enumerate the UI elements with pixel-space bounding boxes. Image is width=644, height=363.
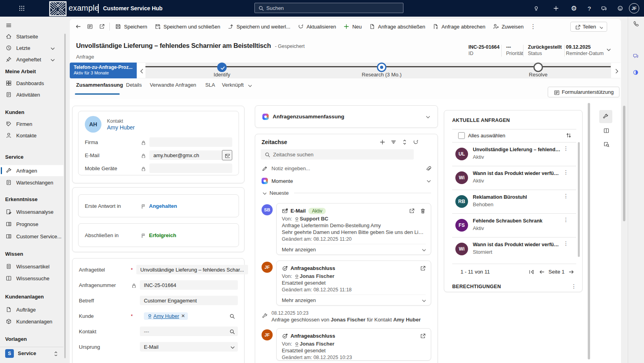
sidebar-item-prognose[interactable]: Prognose (0, 219, 63, 230)
sidebar-item-dashboards[interactable]: Dashboards (0, 78, 63, 89)
prev-page-icon[interactable] (539, 269, 544, 274)
bpf-expand-chevron-icon[interactable] (611, 63, 621, 78)
sidebar-item-kontakte[interactable]: Kontakte (0, 130, 63, 141)
help-icon[interactable]: ? (583, 0, 596, 17)
delete-icon[interactable] (420, 208, 426, 214)
related-case-row-1[interactable]: UL Unvollständige Lieferung – fehlendes … (444, 142, 582, 166)
global-search-input[interactable]: Suchen (254, 3, 403, 13)
bpf-collapse-chevron-icon[interactable] (137, 63, 145, 78)
first-page-icon[interactable] (528, 269, 534, 274)
remove-x-icon[interactable]: ✕ (181, 313, 185, 319)
header-chevron-down-icon[interactable] (606, 47, 612, 53)
open-record-icon[interactable] (420, 333, 426, 339)
row-more-icon[interactable]: ⋮ (563, 193, 569, 199)
phone-icon[interactable] (633, 21, 640, 29)
form-scrollbar[interactable] (588, 103, 590, 359)
row-more-icon[interactable]: ⋮ (563, 145, 569, 152)
sort-icon[interactable] (566, 132, 572, 139)
sidebar-item-wissensanalyse[interactable]: Wissensanalyse (0, 206, 63, 217)
permissions-more-icon[interactable]: ⋮ (571, 283, 577, 289)
entry-avatar[interactable]: SB (262, 204, 273, 215)
tab-details[interactable]: Details (126, 82, 142, 88)
entry-avatar[interactable]: JF (262, 262, 273, 273)
paperclip-icon[interactable] (425, 165, 431, 171)
anfragetitel-input[interactable]: Unvollständige Lieferung – fehlendes Sch… (136, 265, 248, 274)
save-button[interactable]: Speichern (111, 19, 151, 34)
sidebar-item-warteschlangen[interactable]: Warteschlangen (0, 177, 63, 188)
send-email-button[interactable] (222, 150, 232, 160)
contact-avatar[interactable]: AH (85, 116, 101, 133)
share-button[interactable]: Teilen (570, 22, 607, 32)
timeline-add-icon[interactable] (379, 139, 386, 145)
related-case-row-4[interactable]: FS Fehlende Schrauben Schrank Aktiv ⋮ (444, 213, 582, 237)
kunde-lookup[interactable]: Amy Huber ✕ (140, 311, 238, 321)
smiley-icon[interactable] (613, 0, 627, 17)
sidebar-item-kundenanlagen[interactable]: Kundenanlagen (0, 316, 63, 327)
resolve-case-button[interactable]: Anfrage abschließen (365, 19, 429, 34)
sidebar-scrollbar[interactable] (64, 34, 66, 358)
sidebar-item-wissenssuche[interactable]: Wissenssuche (0, 273, 63, 284)
ursprung-dropdown[interactable]: E-Mail (140, 342, 238, 352)
mobile-input[interactable] (149, 163, 232, 173)
contact-name-link[interactable]: Amy Huber (107, 124, 135, 131)
rail-knowledge-icon[interactable] (602, 127, 610, 135)
sidebar-item-customer-service[interactable]: Customer Service... (0, 231, 63, 242)
sidebar-item-startseite[interactable]: Startseite (0, 31, 63, 42)
save-and-close-button[interactable]: Speichern und schließen (151, 19, 224, 34)
settings-gear-icon[interactable]: ⚙ (567, 0, 581, 17)
teams-chat-icon[interactable] (633, 53, 640, 61)
entry-avatar[interactable]: JF (262, 329, 273, 340)
back-button[interactable] (72, 19, 84, 34)
related-case-row-3[interactable]: RB Reklamation Bürostuhl Behoben ⋮ (444, 190, 582, 213)
more-commands-icon[interactable]: ⋮ (527, 19, 539, 34)
open-record-icon[interactable] (420, 265, 426, 271)
bpf-process-box[interactable]: Telefon-zu-Anfrage-Proz... Aktiv für 3 M… (70, 63, 137, 78)
open-in-new-icon[interactable] (96, 19, 108, 34)
sidebar-item-angeheftet[interactable]: Angeheftet (0, 54, 63, 65)
row-more-icon[interactable]: ⋮ (563, 240, 569, 247)
kunde-pill[interactable]: Amy Huber ✕ (144, 312, 188, 320)
rail-doc-search-icon[interactable] (602, 140, 610, 148)
page-scrollbar[interactable] (623, 106, 625, 221)
new-button[interactable]: Neu (340, 19, 365, 34)
kontakt-lookup[interactable]: --- (140, 327, 238, 336)
timeline-group-neueste[interactable]: Neueste (262, 188, 431, 198)
sidebar-item-letzte[interactable]: Letzte (0, 42, 63, 53)
tab-verwandte-anfragen[interactable]: Verwandte Anfragen (150, 82, 196, 88)
bpf-stage-resolve-icon[interactable] (533, 63, 543, 72)
tab-zusammenfassung[interactable]: Zusammenfassung (76, 82, 123, 88)
row-more-icon[interactable]: ⋮ (563, 169, 569, 175)
timeline-expand-icon[interactable] (401, 139, 408, 145)
feedback-chat-icon[interactable] (597, 0, 611, 17)
timeline-momente-row[interactable]: Momente (262, 175, 431, 186)
lookup-search-icon[interactable] (229, 329, 235, 334)
rail-properties-wrench-icon[interactable] (599, 110, 612, 123)
sidebar-item-auftraege[interactable]: Aufträge (0, 304, 63, 315)
assign-button[interactable]: Zuweisen (489, 19, 527, 34)
related-list-scrollbar[interactable] (578, 142, 580, 257)
sidebar-item-wissensartikel[interactable]: Wissensartikel (0, 261, 63, 272)
sidebar-collapse-hamburger-icon[interactable] (0, 20, 63, 31)
bpf-stage-research-active-icon[interactable] (377, 63, 386, 72)
tab-sla[interactable]: SLA (205, 82, 215, 88)
timeline-refresh-icon[interactable] (413, 139, 419, 145)
timeline-filter-icon[interactable] (390, 139, 397, 145)
add-icon[interactable] (549, 0, 563, 17)
select-all-checkbox[interactable] (458, 132, 465, 139)
email-input[interactable]: amy.huber@gmx.ch (149, 150, 232, 160)
show-more-link[interactable]: Mehr anzeigen (282, 244, 426, 255)
avatar[interactable]: JF (629, 3, 639, 13)
case-summary-card[interactable]: Anfragenzusammenfassung (255, 105, 438, 128)
save-and-route-button[interactable]: Speichern und weiterl... (224, 19, 294, 34)
show-more-link[interactable]: Mehr anzeigen (282, 295, 426, 305)
lightbulb-icon[interactable] (529, 0, 543, 17)
timeline-note-input[interactable]: Notiz eingeben... (262, 163, 431, 173)
chevron-down-icon[interactable] (426, 178, 431, 184)
copilot-app-icon[interactable] (633, 69, 640, 78)
anfragenummer-input[interactable]: INC-25-01664 (140, 280, 238, 290)
sidebar-item-anfragen[interactable]: Anfragen (0, 165, 63, 176)
cancel-case-button[interactable]: Anfrage abbrechen (429, 19, 489, 34)
lookup-search-icon[interactable] (229, 313, 235, 319)
related-case-row-2[interactable]: Wi Wann ist das Produkt wieder verfügb..… (444, 166, 582, 190)
firma-input[interactable] (149, 137, 232, 147)
